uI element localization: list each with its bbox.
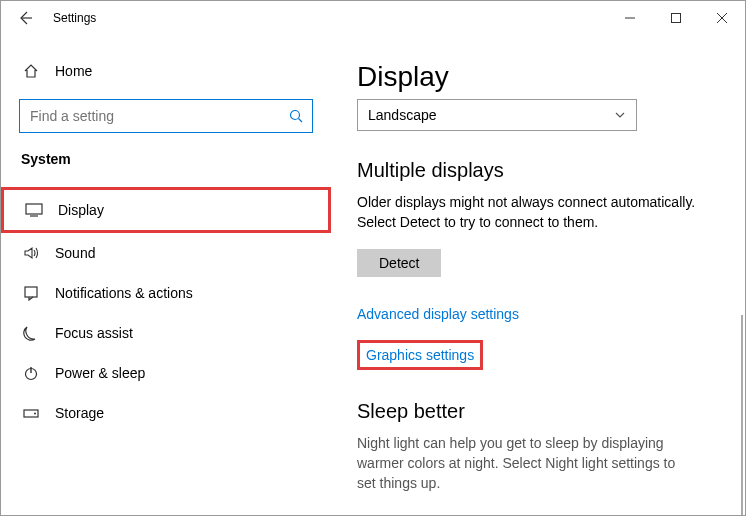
nav-display[interactable]: Display bbox=[1, 187, 331, 233]
scrollbar[interactable] bbox=[741, 315, 743, 515]
nav-label: Notifications & actions bbox=[55, 285, 193, 301]
search-input[interactable] bbox=[19, 99, 313, 133]
graphics-settings-link[interactable]: Graphics settings bbox=[366, 347, 474, 363]
nav-home-label: Home bbox=[55, 63, 92, 79]
svg-rect-0 bbox=[672, 14, 681, 23]
dropdown-value: Landscape bbox=[368, 107, 437, 123]
sidebar-section-header: System bbox=[1, 149, 331, 187]
home-icon bbox=[21, 63, 41, 79]
nav-label: Sound bbox=[55, 245, 95, 261]
multiple-displays-body: Older displays might not always connect … bbox=[357, 192, 697, 233]
chevron-down-icon bbox=[614, 109, 626, 121]
nav-power-sleep[interactable]: Power & sleep bbox=[1, 353, 331, 393]
detect-button[interactable]: Detect bbox=[357, 249, 441, 277]
nav-sound[interactable]: Sound bbox=[1, 233, 331, 273]
svg-rect-2 bbox=[26, 204, 42, 214]
sleep-better-heading: Sleep better bbox=[357, 400, 719, 423]
nav-storage[interactable]: Storage bbox=[1, 393, 331, 433]
minimize-button[interactable] bbox=[607, 1, 653, 35]
close-button[interactable] bbox=[699, 1, 745, 35]
page-title: Display bbox=[357, 61, 719, 93]
notifications-icon bbox=[21, 285, 41, 301]
power-icon bbox=[21, 365, 41, 381]
focus-assist-icon bbox=[21, 325, 41, 341]
back-button[interactable] bbox=[1, 1, 49, 35]
svg-point-6 bbox=[34, 413, 36, 415]
multiple-displays-heading: Multiple displays bbox=[357, 159, 719, 182]
orientation-dropdown[interactable]: Landscape bbox=[357, 99, 637, 131]
nav-label: Focus assist bbox=[55, 325, 133, 341]
search-icon bbox=[289, 109, 303, 123]
storage-icon bbox=[21, 406, 41, 420]
sidebar: Home System Display Sound bbox=[1, 35, 331, 515]
sleep-better-body: Night light can help you get to sleep by… bbox=[357, 433, 697, 494]
advanced-display-settings-link[interactable]: Advanced display settings bbox=[357, 306, 519, 322]
nav-home[interactable]: Home bbox=[1, 55, 331, 87]
display-icon bbox=[24, 203, 44, 217]
nav-focus-assist[interactable]: Focus assist bbox=[1, 313, 331, 353]
nav-notifications[interactable]: Notifications & actions bbox=[1, 273, 331, 313]
nav-label: Display bbox=[58, 202, 104, 218]
content-area: Display Landscape Multiple displays Olde… bbox=[331, 35, 745, 515]
window-title: Settings bbox=[53, 11, 96, 25]
svg-rect-3 bbox=[25, 287, 37, 297]
graphics-settings-highlight: Graphics settings bbox=[357, 340, 483, 370]
svg-point-1 bbox=[291, 111, 300, 120]
nav-label: Power & sleep bbox=[55, 365, 145, 381]
sound-icon bbox=[21, 245, 41, 261]
nav-label: Storage bbox=[55, 405, 104, 421]
maximize-button[interactable] bbox=[653, 1, 699, 35]
